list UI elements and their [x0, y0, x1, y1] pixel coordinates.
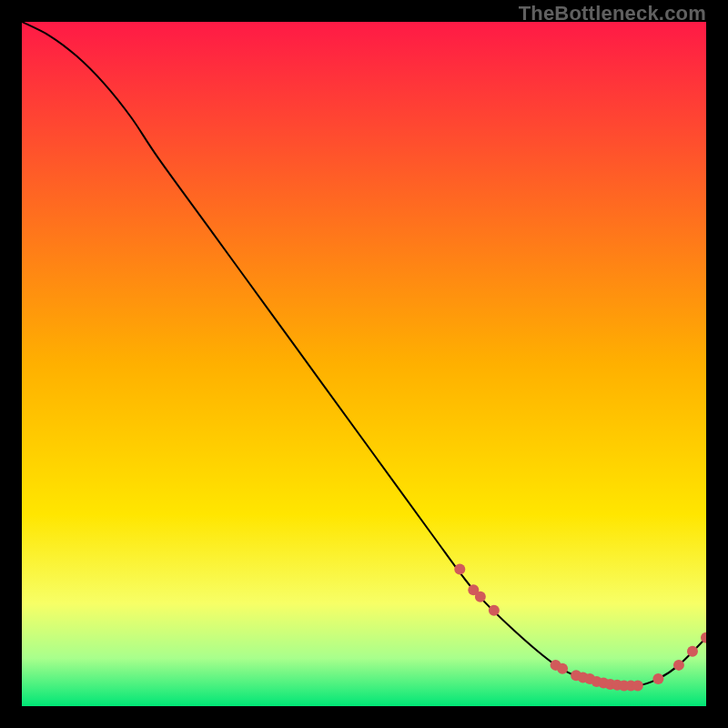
chart-stage: TheBottleneck.com: [0, 0, 728, 728]
highlight-dot: [673, 660, 684, 671]
highlight-dot: [454, 564, 465, 575]
highlight-dot: [557, 663, 568, 674]
bottleneck-chart: [22, 22, 706, 706]
highlight-dot: [687, 646, 698, 657]
highlight-dot: [489, 605, 500, 616]
highlight-dot: [632, 680, 643, 691]
plot-background: [22, 22, 706, 706]
highlight-dot: [475, 592, 486, 602]
highlight-dot: [652, 673, 663, 684]
